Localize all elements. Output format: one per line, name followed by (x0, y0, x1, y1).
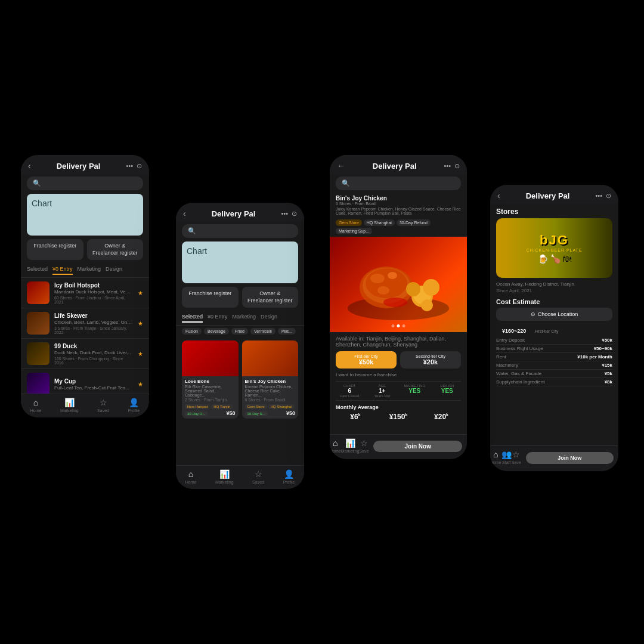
tag-plat[interactable]: Plat... (278, 328, 296, 335)
saved-icon-2: ☆ (255, 469, 262, 479)
nav-profile[interactable]: 👤 Profile (128, 398, 140, 413)
join-now-btn-4[interactable]: Join Now (526, 452, 614, 464)
food-card-img-lovebone (182, 340, 239, 376)
owner-register-btn[interactable]: Owner & Freelancer register (87, 239, 144, 260)
nav3-marketing[interactable]: 📊 Marketing (341, 438, 360, 454)
star-icon-4[interactable]: ★ (138, 381, 143, 388)
rest-header-meta: 6 Stores · From Baodi (336, 202, 461, 206)
nav2-saved[interactable]: ☆ Saved (252, 469, 264, 484)
card-price-binjoy: ¥50 (286, 410, 295, 416)
tag-marketing-sup[interactable]: Marketing Sup... (336, 228, 372, 234)
nav4-save-label: Save (512, 460, 521, 465)
save-icon-4: ☆ (512, 450, 520, 459)
settings-icon[interactable]: ⊙ (137, 162, 142, 170)
food-card-lovebone[interactable]: Love Bone Rib Rice Casserole, Seaweed Sa… (182, 340, 239, 419)
register-buttons: Franchise register Owner & Freelancer re… (27, 239, 143, 260)
back-icon-3[interactable]: ← (337, 161, 345, 171)
saved-icon: ☆ (100, 398, 107, 407)
food-card-grid: Love Bone Rib Rice Casserole, Seaweed Sa… (176, 337, 304, 422)
nav4-staff[interactable]: 👥 Staff (501, 450, 512, 466)
rest-item-2[interactable]: Life Skewer Chicken, Beef, Lamb, Veggies… (21, 308, 149, 339)
nav2-profile[interactable]: 👤 Profile (283, 469, 295, 484)
rest-item-3[interactable]: 99 Duck Duck Neck, Duck Foot, Duck Liver… (21, 339, 149, 369)
marketing-icon-3: 📊 (345, 438, 355, 448)
more-icon-3[interactable]: ••• (444, 162, 451, 169)
more-icon[interactable]: ••• (126, 162, 133, 169)
rest-info-1: Icy Boil Hotspot Mandarin Duck Hotspot, … (54, 282, 133, 304)
phone4-header: ‹ Delivery Pal ••• ⊙ (490, 185, 618, 204)
rest-desc-1: Mandarin Duck Hotspot, Meat, Vegies, Sto… (54, 289, 133, 295)
stat-design-value: YES (434, 388, 462, 394)
nav2-profile-label: Profile (283, 480, 295, 484)
tab2-y0entry[interactable]: ¥0 Entry (208, 314, 228, 323)
rest-desc-3: Duck Neck, Duck Foot, Duck Liver, Duck H… (54, 350, 133, 355)
tag-gem-store[interactable]: Gem Store (336, 219, 362, 226)
phone-2: ‹ Delivery Pal ••• ⊙ 🔍 Chart Franchise r… (176, 203, 304, 489)
settings-icon-2[interactable]: ⊙ (292, 210, 297, 218)
nav-marketing[interactable]: 📊 Marketing (60, 398, 79, 413)
nav3-home[interactable]: ⌂ Home (330, 438, 341, 454)
second-tier-amount: ¥20k (405, 358, 456, 366)
owner-register-btn-2[interactable]: Owner & Freelancer register (242, 287, 299, 308)
tab-y0entry[interactable]: ¥0 Entry (52, 266, 73, 275)
badge-hq2: HQ Shanghai (268, 404, 295, 409)
tab-design[interactable]: Design (106, 266, 122, 275)
franchise-register-btn[interactable]: Franchise register (27, 239, 83, 260)
nav2-home[interactable]: ⌂ Home (185, 469, 197, 484)
star-icon-2[interactable]: ★ (138, 320, 143, 327)
more-icon-4[interactable]: ••• (595, 192, 602, 199)
nav-home[interactable]: ⌂ Home (30, 398, 42, 413)
card-name-binjoy: Bin's Joy Chicken (245, 379, 296, 384)
tab-marketing[interactable]: Marketing (78, 266, 101, 275)
nav3-saved[interactable]: ☆ Save (359, 438, 369, 454)
settings-icon-3[interactable]: ⊙ (454, 162, 460, 170)
rest-meta-3: 160 Stores · From Chongqing · Since 2016 (54, 357, 133, 365)
phone2-search[interactable]: 🔍 (182, 224, 298, 238)
star-icon-1[interactable]: ★ (138, 290, 143, 296)
star-icon-3[interactable]: ★ (138, 351, 143, 357)
tag-vermicelli[interactable]: Vermicelli (250, 328, 275, 335)
nav-saved[interactable]: ☆ Saved (97, 398, 109, 413)
store-hero-image: bJG CHICKEN·BEER·PLATE 🍺 🍗 🍽 (496, 218, 612, 278)
cost-val-5: ¥5k (605, 371, 612, 376)
nav2-marketing[interactable]: 📊 Marketing (215, 469, 234, 484)
monthly-amount-2: ¥150k (379, 413, 418, 421)
tag-fusion[interactable]: Fusion (182, 328, 202, 335)
food-card-binjoy[interactable]: Bin's Joy Chicken Korean Popcorn Chicken… (242, 340, 299, 419)
tab2-design[interactable]: Design (261, 314, 277, 323)
card-meta-lovebone: 2 Stores · From Tianjin (185, 398, 236, 402)
more-icon-2[interactable]: ••• (281, 210, 288, 217)
rest-name-3: 99 Duck (54, 343, 133, 349)
store-logo-container: bJG CHICKEN·BEER·PLATE 🍺 🍗 🍽 (526, 233, 582, 264)
tag-hq-shanghai[interactable]: HQ Shanghai (364, 219, 395, 226)
tab-selected[interactable]: Selected (27, 266, 48, 275)
tag-beverage[interactable]: Beverage (204, 328, 229, 335)
store-logo-text: bJG (526, 233, 582, 248)
rest-header-info: Bin's Joy Chicken 6 Stores · From Baodi (330, 193, 467, 207)
phone1-search[interactable]: 🔍 (27, 177, 143, 190)
monthly-item-3: ¥20k (422, 413, 461, 421)
svg-point-12 (383, 298, 407, 307)
join-now-button[interactable]: Join Now (373, 441, 462, 452)
stat-design: DESIGN YES (434, 384, 462, 398)
phone1-tabs: Selected ¥0 Entry Marketing Design (21, 264, 149, 278)
settings-icon-4[interactable]: ⊙ (606, 192, 611, 200)
tag-fried[interactable]: Fried (231, 328, 248, 335)
phone1-bottom-nav: ⌂ Home 📊 Marketing ☆ Saved 👤 Profile (21, 394, 149, 417)
rest-thumb-1 (27, 281, 49, 304)
nav4-save[interactable]: ☆ Save (512, 450, 521, 466)
tab2-marketing[interactable]: Marketing (233, 314, 256, 323)
tag-30day[interactable]: 30-Day Refund (397, 219, 431, 226)
franchise-register-btn-2[interactable]: Franchise register (182, 287, 239, 308)
phone2-tabs: Selected ¥0 Entry Marketing Design (176, 311, 304, 326)
tab2-selected[interactable]: Selected (182, 314, 203, 323)
nav4-home[interactable]: ⌂ Home (490, 450, 501, 466)
choose-location-btn[interactable]: ⊙ Choose Location (496, 308, 612, 321)
store-icons: 🍺 🍗 🍽 (526, 254, 582, 264)
phone4-title: Delivery Pal (500, 191, 596, 200)
badge-hq: HQ Tianjin (211, 404, 233, 409)
card-desc-binjoy: Korean Popcorn Chicken, Cheese Rice Cake… (245, 385, 296, 397)
phone3-search[interactable]: 🔍 (336, 177, 461, 190)
store-icon-1: 🍺 (538, 254, 548, 264)
rest-item-1[interactable]: Icy Boil Hotspot Mandarin Duck Hotspot, … (21, 278, 149, 308)
